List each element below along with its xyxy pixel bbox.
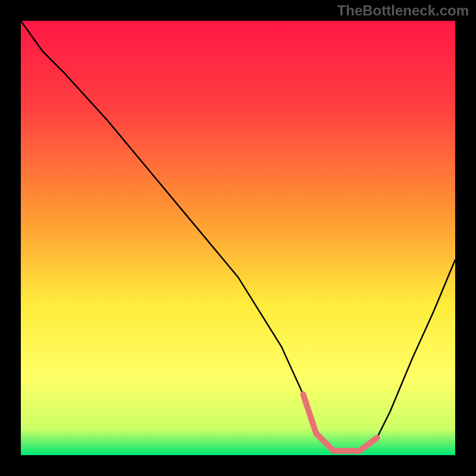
- gradient-background: [21, 21, 455, 455]
- watermark-text: TheBottleneck.com: [337, 2, 469, 19]
- chart-container: TheBottleneck.com: [0, 0, 476, 476]
- plot-area: [21, 21, 455, 455]
- chart-svg: [21, 21, 455, 455]
